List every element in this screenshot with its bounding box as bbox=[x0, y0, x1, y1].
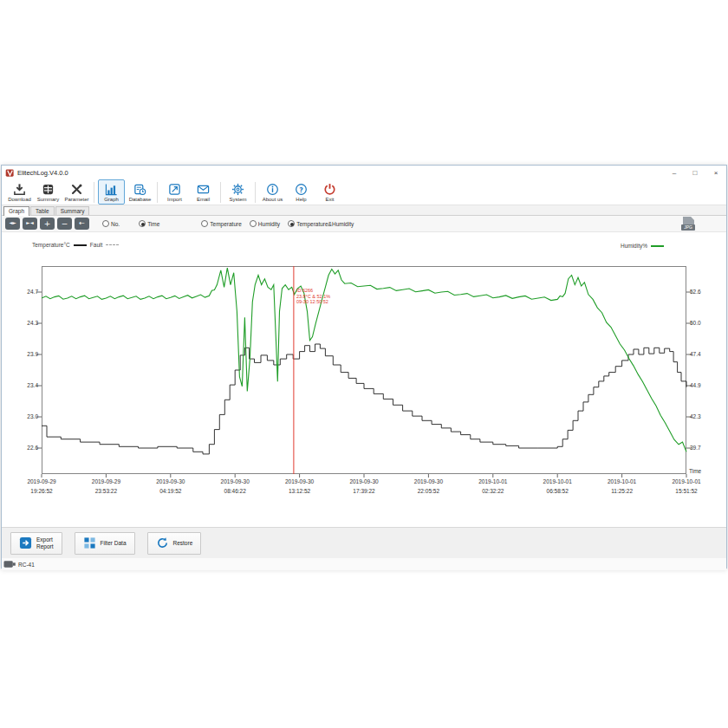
save-as-jpg-button[interactable]: JPG bbox=[681, 217, 697, 231]
toolbar-button-label: Download bbox=[8, 197, 31, 202]
y-axis-left-tick-label: 23.4 bbox=[2, 382, 38, 388]
download-icon bbox=[13, 183, 26, 196]
toolbar-button-label: Parameter bbox=[64, 197, 88, 202]
series-humidity bbox=[42, 268, 686, 452]
toolbar-email-button[interactable]: Email bbox=[190, 179, 217, 205]
legend-label-temperature-c: Temperature°C bbox=[32, 242, 70, 248]
toolbar-exit-button[interactable]: Exit bbox=[316, 179, 343, 205]
toolbar-button-label: Import bbox=[167, 197, 182, 202]
legend-label-humidity: Humidity% bbox=[621, 243, 647, 249]
tab-table[interactable]: Table bbox=[30, 206, 55, 215]
zoom-out-button[interactable]: − bbox=[57, 218, 72, 230]
zoom-in-button[interactable]: + bbox=[40, 218, 55, 230]
toolbar-button-label: About us bbox=[263, 197, 283, 202]
toolbar-summary-button[interactable]: Summary bbox=[35, 179, 62, 205]
radio-circle bbox=[250, 220, 257, 227]
toolbar-button-label: Graph bbox=[104, 197, 119, 202]
button-label: Restore bbox=[173, 540, 193, 547]
y-axis-left-tick-label: 24.7 bbox=[2, 289, 38, 295]
app-window: ElitechLog.V4.0.0 – □ × DownloadSummaryP… bbox=[1, 165, 727, 569]
tab-summary[interactable]: Summary bbox=[55, 206, 90, 215]
restore-icon bbox=[156, 536, 169, 549]
legend-swatch-dashed-gray bbox=[106, 244, 119, 245]
button-label: Filter Data bbox=[101, 540, 127, 547]
x-axis-tick-label: 2019-09-3004:19:52 bbox=[140, 477, 201, 496]
x-axis-tick-label: 2019-09-3013:12:52 bbox=[270, 477, 330, 496]
close-button[interactable]: × bbox=[705, 166, 726, 179]
power-icon bbox=[323, 183, 336, 196]
filter-data-button[interactable]: Filter Data bbox=[75, 532, 135, 555]
toolbar-parameter-button[interactable]: Parameter bbox=[63, 179, 90, 205]
toolbar-separator bbox=[255, 182, 256, 203]
toolbar-database-button[interactable]: Database bbox=[127, 179, 153, 205]
chart-control-row: ◄►►◄+−← No.Time TemperatureHumidityTempe… bbox=[2, 216, 726, 232]
toolbar-help-button[interactable]: ?Help bbox=[288, 179, 315, 205]
chart-plot-area[interactable] bbox=[42, 266, 686, 474]
x-axis-tick-label: 2019-09-3008:46:22 bbox=[205, 477, 265, 496]
series-temperature bbox=[42, 344, 686, 454]
y-axis-right-tick-label: 39.7 bbox=[690, 445, 725, 451]
radio-temperature-humidity[interactable]: Temperature&Humidity bbox=[288, 220, 354, 227]
x-axis-tick-label: 2019-10-0111:25:22 bbox=[592, 477, 653, 496]
graph-icon bbox=[105, 183, 118, 196]
radio-humidity[interactable]: Humidity bbox=[250, 220, 280, 227]
y-axis-left-tick-label: 24.3 bbox=[2, 320, 38, 326]
chart-panel: Temperature°CFault Humidity% 24.724.323.… bbox=[2, 232, 726, 527]
view-tabs: GraphTableSummary bbox=[2, 205, 726, 216]
button-label: ExportReport bbox=[36, 536, 54, 550]
maximize-button[interactable]: □ bbox=[685, 166, 705, 179]
y-axis-left-tick-label: 23.0 bbox=[2, 413, 38, 419]
x-axis-tick-label: 2019-09-3022:05:52 bbox=[398, 477, 458, 496]
cursor-annotation: ID:626623.8°C & 52.1%09-30 12:50:52 bbox=[296, 288, 330, 305]
tab-graph[interactable]: Graph bbox=[3, 206, 29, 216]
app-icon bbox=[5, 168, 15, 178]
zoom-compress-button[interactable]: ►◄ bbox=[23, 218, 37, 230]
toolbar-button-label: Database bbox=[129, 197, 152, 202]
toolbar-button-label: System bbox=[229, 197, 246, 202]
summary-icon bbox=[42, 183, 55, 196]
x-axis-title: Time bbox=[689, 468, 701, 474]
toolbar-separator bbox=[220, 182, 221, 203]
status-bar: RC-41 bbox=[2, 558, 726, 570]
info-icon bbox=[266, 183, 279, 196]
toolbar-button-label: Exit bbox=[325, 197, 334, 202]
titlebar: ElitechLog.V4.0.0 – □ × bbox=[2, 166, 726, 179]
legend-left: Temperature°CFault bbox=[32, 242, 122, 248]
toolbar-import-button[interactable]: Import bbox=[161, 179, 188, 205]
parameter-icon bbox=[70, 183, 83, 196]
legend-swatch-solid-green bbox=[651, 245, 664, 247]
minimize-button[interactable]: – bbox=[664, 166, 685, 179]
radio-label: Temperature&Humidity bbox=[296, 221, 354, 227]
restore-button[interactable]: Restore bbox=[147, 532, 202, 555]
export-report-button[interactable]: ExportReport bbox=[10, 532, 62, 555]
legend-right: Humidity% bbox=[621, 243, 667, 249]
device-icon bbox=[3, 560, 16, 569]
radio-circle bbox=[102, 220, 109, 227]
toolbar-download-button[interactable]: Download bbox=[6, 179, 33, 205]
radio-label: Time bbox=[147, 221, 159, 227]
x-axis-tick-label: 2019-09-2919:26:52 bbox=[11, 477, 72, 496]
email-icon bbox=[197, 183, 210, 196]
toolbar-about-us-button[interactable]: About us bbox=[259, 179, 286, 205]
toolbar-graph-button[interactable]: Graph bbox=[98, 179, 125, 205]
system-icon bbox=[231, 183, 244, 196]
help-icon: ? bbox=[295, 183, 308, 196]
chart-canvas bbox=[42, 266, 686, 474]
radio-no[interactable]: No. bbox=[102, 220, 120, 227]
import-icon bbox=[168, 183, 181, 196]
toolbar-button-label: Email bbox=[197, 197, 210, 202]
radio-label: Temperature bbox=[210, 221, 242, 227]
x-axis-tick-label: 2019-10-0106:58:52 bbox=[527, 477, 588, 496]
y-axis-right-tick-label: 42.3 bbox=[690, 413, 725, 419]
radio-circle bbox=[201, 220, 208, 227]
y-axis-right-tick-label: 44.9 bbox=[690, 382, 725, 388]
toolbar-separator bbox=[94, 182, 94, 203]
radio-time[interactable]: Time bbox=[139, 220, 159, 227]
radio-temperature[interactable]: Temperature bbox=[201, 220, 242, 227]
zoom-expand-button[interactable]: ◄► bbox=[5, 218, 20, 230]
radio-circle bbox=[139, 220, 146, 227]
toolbar-system-button[interactable]: System bbox=[224, 179, 251, 205]
y-axis-right-tick-label: 52.6 bbox=[690, 289, 725, 295]
undo-button[interactable]: ← bbox=[75, 218, 89, 230]
y-axis-left-tick-label: 23.9 bbox=[2, 351, 38, 357]
